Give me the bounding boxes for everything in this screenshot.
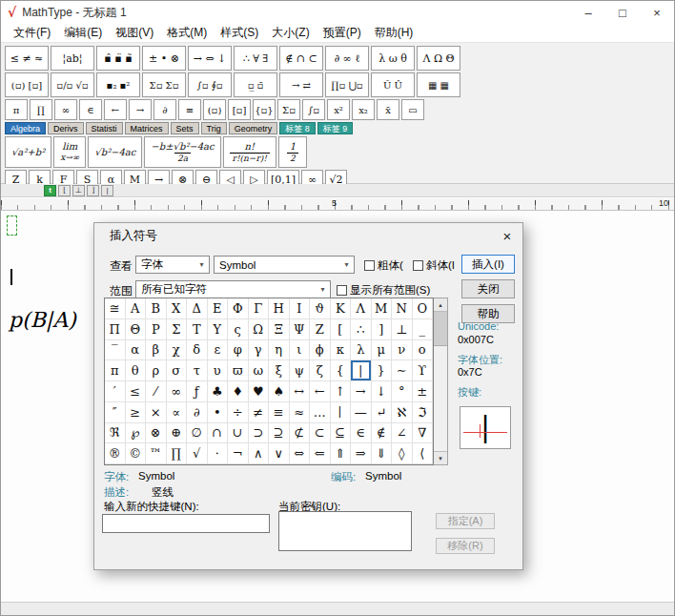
symbol-cell[interactable]: ∨: [269, 443, 290, 464]
expression-template-button[interactable]: √a²+b²: [5, 136, 51, 168]
symbol-cell[interactable]: ◊: [392, 443, 413, 464]
symbol-cell[interactable]: ο: [413, 340, 434, 361]
symbol-cell[interactable]: θ: [126, 360, 147, 381]
symbol-cell[interactable]: ⇓: [372, 443, 393, 464]
symbol-palette-button[interactable]: Λ Ω Θ: [417, 46, 460, 71]
small-symbol-button[interactable]: ≡: [178, 99, 201, 120]
menu-item[interactable]: 编辑(E): [58, 23, 108, 43]
symbol-cell[interactable]: ∪: [228, 423, 249, 444]
font-name-dropdown[interactable]: Symbol ▾: [214, 256, 355, 274]
show-all-ranges-checkbox[interactable]: 显示所有范围(S): [337, 283, 430, 298]
symbol-cell[interactable]: }: [372, 360, 393, 381]
symbol-cell[interactable]: Ξ: [269, 319, 290, 340]
symbol-palette-button[interactable]: ∂ ∞ ℓ: [325, 46, 369, 71]
symbol-cell[interactable]: ℜ: [105, 423, 126, 444]
symbol-cell[interactable]: ‾: [105, 340, 126, 361]
symbol-cell[interactable]: ⊄: [290, 423, 311, 444]
range-dropdown[interactable]: 所有已知字符 ▾: [135, 280, 331, 298]
symbol-cell[interactable]: ∣: [331, 402, 352, 423]
symbol-cell[interactable]: φ: [228, 340, 249, 361]
symbol-cell[interactable]: Χ: [167, 298, 188, 319]
symbol-cell[interactable]: ⊕: [167, 423, 188, 444]
symbol-cell[interactable]: ≠: [249, 402, 270, 423]
small-symbol-button[interactable]: x²: [327, 99, 350, 120]
template-palette-button[interactable]: ▪₂ ▪²: [96, 72, 140, 97]
symbol-cell[interactable]: ω: [249, 360, 270, 381]
symbol-cell[interactable]: Τ: [187, 319, 208, 340]
template-palette-button[interactable]: ∫▫ ∮▫: [188, 72, 232, 97]
symbol-cell[interactable]: μ: [372, 340, 393, 361]
symbol-cell[interactable]: ≅: [105, 298, 126, 319]
symbol-cell[interactable]: ⊥: [392, 319, 413, 340]
symbol-cell[interactable]: Γ: [249, 298, 270, 319]
symbol-palette-button[interactable]: λ ω θ: [371, 46, 415, 71]
symbol-cell[interactable]: ]: [372, 319, 393, 340]
symbol-cell[interactable]: ψ: [290, 360, 311, 381]
symbol-cell[interactable]: ©: [126, 443, 147, 464]
symbol-cell[interactable]: ⇑: [331, 443, 352, 464]
palette-tab[interactable]: Statisti: [86, 122, 123, 134]
template-palette-button[interactable]: (▫) [▫]: [5, 72, 49, 97]
tab-mode-button[interactable]: t: [44, 185, 56, 196]
chevron-down-icon[interactable]: ▾: [316, 285, 330, 294]
template-palette-button[interactable]: ▫̲ ▫̄: [234, 72, 277, 97]
symbol-cell[interactable]: ∼: [392, 360, 413, 381]
small-symbol-button[interactable]: (▫): [203, 99, 226, 120]
symbol-cell[interactable]: ν: [392, 340, 413, 361]
symbol-cell[interactable]: ♦: [228, 381, 249, 402]
symbol-cell[interactable]: ″: [105, 402, 126, 423]
tab-stop-button[interactable]: ⌋: [87, 185, 99, 196]
chevron-down-icon[interactable]: ▾: [194, 260, 209, 269]
tab-stop-button[interactable]: |: [101, 185, 113, 196]
insert-button[interactable]: 插入(I): [461, 255, 515, 274]
symbol-palette-button[interactable]: ± • ⊗: [142, 46, 186, 71]
palette-tab[interactable]: Algebra: [5, 122, 46, 134]
small-symbol-button[interactable]: ▭: [401, 99, 424, 120]
symbol-cell[interactable]: Μ: [372, 298, 393, 319]
symbol-cell[interactable]: Λ: [351, 298, 372, 319]
symbol-cell[interactable]: Φ: [228, 298, 249, 319]
symbol-cell[interactable]: Ν: [392, 298, 413, 319]
palette-tab[interactable]: Sets: [171, 122, 199, 134]
template-palette-button[interactable]: ▫∕▫ √▫: [51, 72, 94, 97]
symbol-cell[interactable]: ±: [413, 381, 434, 402]
tab-stop-button[interactable]: ⌊: [58, 185, 71, 196]
symbol-cell[interactable]: Ε: [208, 298, 229, 319]
symbol-cell[interactable]: √: [187, 443, 208, 464]
symbol-cell[interactable]: ∩: [208, 423, 229, 444]
symbol-cell[interactable]: ♠: [269, 381, 290, 402]
symbol-cell[interactable]: |: [351, 360, 372, 381]
menu-item[interactable]: 样式(S): [215, 23, 264, 43]
symbol-cell[interactable]: ⁄: [146, 381, 167, 402]
symbol-cell[interactable]: ∝: [167, 402, 188, 423]
symbol-cell[interactable]: •: [208, 402, 229, 423]
current-key-listbox[interactable]: [278, 511, 412, 551]
symbol-cell[interactable]: β: [146, 340, 167, 361]
symbol-cell[interactable]: ⋅: [208, 443, 229, 464]
symbol-cell[interactable]: ♥: [249, 381, 270, 402]
symbol-cell[interactable]: _: [413, 319, 434, 340]
symbol-cell[interactable]: ⇒: [351, 443, 372, 464]
symbol-cell[interactable]: Ω: [249, 319, 270, 340]
symbol-cell[interactable]: ¬: [228, 443, 249, 464]
expression-template-button[interactable]: n! r!(n−r)!: [223, 136, 276, 168]
symbol-cell[interactable]: ℑ: [413, 402, 434, 423]
menu-item[interactable]: 文件(F): [8, 23, 56, 43]
symbol-cell[interactable]: Ρ: [146, 319, 167, 340]
symbol-cell[interactable]: ∈: [351, 423, 372, 444]
symbol-cell[interactable]: Υ: [208, 319, 229, 340]
symbol-cell[interactable]: λ: [351, 340, 372, 361]
symbol-cell[interactable]: ζ: [310, 360, 331, 381]
symbol-cell[interactable]: Ψ: [290, 319, 311, 340]
symbol-cell[interactable]: ∂: [187, 402, 208, 423]
symbol-cell[interactable]: ∏: [167, 443, 188, 464]
symbol-cell[interactable]: ↵: [372, 402, 393, 423]
small-symbol-button[interactable]: ∂: [153, 99, 176, 120]
symbol-cell[interactable]: Κ: [331, 298, 352, 319]
symbol-cell[interactable]: ς: [228, 319, 249, 340]
symbol-palette-button[interactable]: ∴ ∀ ∃: [234, 46, 277, 71]
symbol-cell[interactable]: κ: [331, 340, 352, 361]
symbol-cell[interactable]: ξ: [269, 360, 290, 381]
small-symbol-button[interactable]: [▫]: [228, 99, 251, 120]
symbol-cell[interactable]: ∴: [351, 319, 372, 340]
